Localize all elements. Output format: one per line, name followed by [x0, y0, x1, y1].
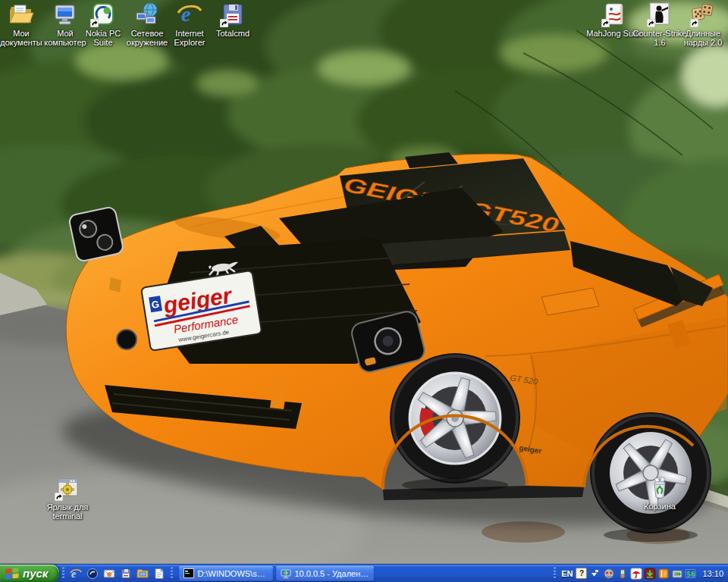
- task-area-grip[interactable]: [171, 568, 173, 580]
- icon-label: Internet Explorer: [165, 29, 214, 47]
- taskbar-task-command-prompt[interactable]: D:\WINDOWS\syste...: [179, 566, 273, 581]
- language-options-chevron-icon[interactable]: [590, 569, 599, 578]
- left-headlight: [68, 206, 124, 262]
- language-help-icon[interactable]: ?: [576, 568, 587, 579]
- dictionary-book-icon[interactable]: [657, 568, 670, 580]
- internet-explorer-icon: e: [177, 2, 202, 27]
- desktop-icon-network-places[interactable]: Сетевое окружение: [123, 2, 171, 47]
- shortcut-arrow-icon: [601, 19, 610, 27]
- start-button[interactable]: пуск: [0, 565, 59, 582]
- backgammon-dice-icon: [690, 2, 716, 27]
- desktop-icon-terminal-shortcut[interactable]: Ярлык для terminal: [37, 475, 98, 521]
- icon-label: Корзина: [644, 502, 676, 511]
- quick-launch-bar: e: [67, 567, 168, 580]
- shortcut-arrow-icon: [647, 19, 655, 27]
- download-manager-icon[interactable]: [644, 568, 656, 580]
- command-prompt-icon: [184, 568, 194, 578]
- my-documents-folder-icon: [8, 2, 34, 27]
- quicklaunch-folder-icon[interactable]: [136, 567, 149, 580]
- icon-label: Сетевое окружение: [123, 29, 171, 47]
- tray-phone-icon[interactable]: [617, 568, 629, 580]
- mahjong-tile-icon: [601, 2, 627, 27]
- taskbar: пуск e: [0, 564, 728, 582]
- rear-wheel: [590, 412, 711, 534]
- start-button-label: пуск: [23, 567, 48, 580]
- front-wheel: [390, 353, 520, 483]
- language-indicator[interactable]: EN: [561, 569, 573, 578]
- recycle-bin-icon: [647, 474, 673, 500]
- taskbar-clock[interactable]: 13:10: [702, 569, 723, 578]
- terminal-window-icon: [55, 475, 80, 501]
- icon-label: Мои документы: [0, 29, 46, 47]
- avira-antivirus-icon[interactable]: [630, 568, 642, 580]
- shortcut-arrow-icon: [90, 19, 99, 27]
- quicklaunch-document-icon[interactable]: [152, 567, 166, 580]
- network-places-icon: [134, 2, 160, 27]
- icon-label: Nokia PC Suite: [79, 29, 127, 47]
- shortcut-arrow-icon: [690, 19, 698, 27]
- desktop-icon-backgammon[interactable]: Длинные нарды 2.0: [679, 2, 727, 47]
- icon-label: Длинные нарды 2.0: [679, 29, 727, 47]
- shortcut-arrow-icon: [55, 493, 63, 501]
- windows-flag-icon: [5, 568, 19, 579]
- desktop-icon-internet-explorer[interactable]: e Internet Explorer: [165, 2, 214, 47]
- taskbar-task-remote-desktop[interactable]: 10.0.0.5 - Удаленны...: [276, 566, 374, 581]
- icon-label: Ярлык для terminal: [37, 502, 98, 521]
- remote-desktop-icon: [281, 568, 291, 579]
- language-bar: EN ?: [561, 568, 599, 579]
- network-56k-icon[interactable]: 56: [685, 568, 697, 580]
- tray-device-icon[interactable]: [603, 568, 615, 580]
- system-tray: 56 13:10: [601, 568, 728, 580]
- desktop-icon-totalcmd[interactable]: Totalcmd: [209, 2, 257, 38]
- safely-remove-hardware-icon[interactable]: [671, 568, 683, 580]
- shortcut-arrow-icon: [220, 19, 228, 27]
- desktop-icon-my-documents[interactable]: Мои документы: [0, 2, 46, 47]
- quicklaunch-total-commander-icon[interactable]: [119, 567, 133, 580]
- wallpaper-image: GEIGER-GT520: [0, 0, 728, 582]
- task-button-label: 10.0.0.5 - Удаленны...: [294, 569, 369, 578]
- my-computer-icon: [52, 2, 78, 27]
- windows-xp-desktop: { "desktop": { "icons": [ {"label": "Мои…: [0, 0, 728, 582]
- desktop-icon-nokia-pc-suite[interactable]: Nokia PC Suite: [79, 2, 127, 47]
- quicklaunch-circle-app-icon[interactable]: [86, 567, 99, 580]
- counter-strike-soldier-icon: [647, 2, 673, 27]
- floppy-disk-icon: [220, 2, 246, 27]
- icon-label: Totalcmd: [216, 29, 249, 38]
- nokia-pc-suite-icon: [90, 2, 116, 27]
- desktop-icon-recycle-bin[interactable]: Корзина: [635, 474, 684, 511]
- svg-text:56: 56: [687, 570, 695, 577]
- quicklaunch-internet-explorer-icon[interactable]: e: [69, 567, 83, 580]
- task-button-label: D:\WINDOWS\syste...: [197, 569, 268, 578]
- quicklaunch-email-icon[interactable]: [102, 567, 116, 580]
- language-bar-grip[interactable]: [554, 568, 556, 580]
- quick-launch-grip[interactable]: [62, 568, 64, 580]
